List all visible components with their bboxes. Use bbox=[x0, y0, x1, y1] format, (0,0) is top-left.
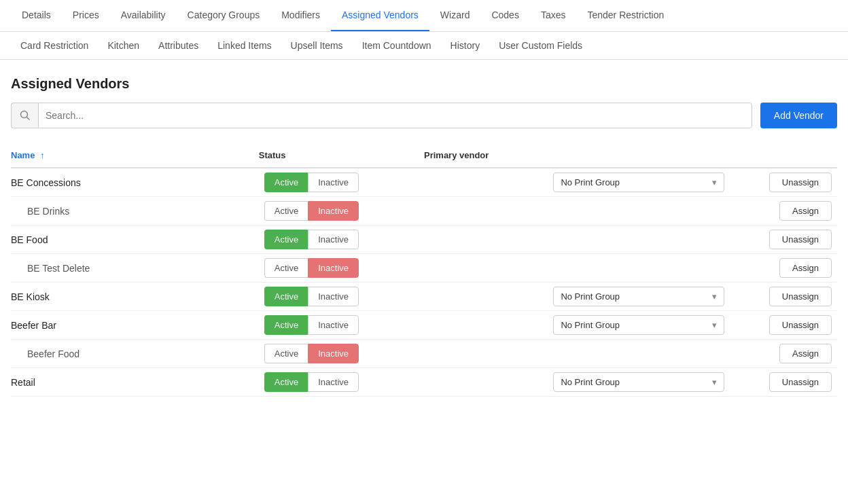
unassign-button[interactable]: Unassign bbox=[769, 372, 832, 392]
vendor-primary-cell bbox=[424, 311, 548, 340]
vendor-print-cell bbox=[548, 226, 730, 254]
vendor-primary-cell bbox=[424, 254, 548, 283]
top-nav: DetailsPricesAvailabilityCategory Groups… bbox=[0, 0, 848, 32]
print-group-select[interactable]: No Print Group▾ bbox=[553, 315, 724, 335]
vendor-primary-cell bbox=[424, 368, 548, 397]
unassign-button[interactable]: Unassign bbox=[769, 173, 832, 192]
vendor-primary-cell bbox=[424, 197, 548, 226]
col-print-header bbox=[548, 145, 730, 168]
vendor-status-cell: ActiveInactive bbox=[259, 197, 424, 226]
inactive-button[interactable]: Inactive bbox=[308, 230, 359, 249]
tab-availability[interactable]: Availability bbox=[110, 0, 177, 31]
assign-button[interactable]: Assign bbox=[779, 344, 832, 363]
unassign-button[interactable]: Unassign bbox=[769, 230, 832, 249]
vendor-name-cell: BE Concessions bbox=[11, 168, 259, 197]
vendor-action-cell: Unassign bbox=[730, 368, 837, 397]
print-group-value: No Print Group bbox=[561, 177, 620, 187]
table-row: BE KioskActiveInactiveNo Print Group▾Una… bbox=[11, 283, 837, 311]
col-name-header[interactable]: Name ↑ bbox=[11, 145, 259, 168]
tab2-kitchen[interactable]: Kitchen bbox=[98, 32, 149, 59]
vendor-print-cell bbox=[548, 197, 730, 226]
chevron-down-icon: ▾ bbox=[712, 320, 717, 330]
vendor-name-cell: BE Food bbox=[11, 226, 259, 254]
vendor-primary-cell bbox=[424, 283, 548, 311]
tab2-linked-items[interactable]: Linked Items bbox=[208, 32, 281, 59]
tab2-item-countdown[interactable]: Item Countdown bbox=[353, 32, 441, 59]
tab-taxes[interactable]: Taxes bbox=[530, 0, 577, 31]
vendor-print-cell bbox=[548, 340, 730, 368]
vendor-status-cell: ActiveInactive bbox=[259, 254, 424, 283]
tab2-upsell-items[interactable]: Upsell Items bbox=[281, 32, 353, 59]
add-vendor-button[interactable]: Add Vendor bbox=[760, 103, 837, 128]
inactive-button[interactable]: Inactive bbox=[308, 201, 359, 221]
print-group-select[interactable]: No Print Group▾ bbox=[553, 173, 724, 192]
vendor-action-cell: Unassign bbox=[730, 168, 837, 197]
vendor-action-cell: Assign bbox=[730, 197, 837, 226]
print-group-value: No Print Group bbox=[561, 291, 620, 302]
inactive-button[interactable]: Inactive bbox=[308, 372, 359, 392]
tab2-user-custom-fields[interactable]: User Custom Fields bbox=[489, 32, 592, 59]
assign-button[interactable]: Assign bbox=[779, 258, 832, 278]
vendor-status-cell: ActiveInactive bbox=[259, 340, 424, 368]
vendor-action-cell: Assign bbox=[730, 254, 837, 283]
vendor-print-cell: No Print Group▾ bbox=[548, 283, 730, 311]
tab-category-groups[interactable]: Category Groups bbox=[177, 0, 271, 31]
second-nav: Card RestrictionKitchenAttributesLinked … bbox=[0, 32, 848, 60]
print-group-value: No Print Group bbox=[561, 320, 620, 330]
sort-arrow-icon: ↑ bbox=[40, 150, 45, 160]
vendor-primary-cell bbox=[424, 226, 548, 254]
vendor-action-cell: Assign bbox=[730, 340, 837, 368]
vendor-name-cell: Retail bbox=[11, 368, 259, 397]
inactive-button[interactable]: Inactive bbox=[308, 258, 359, 278]
vendor-table: Name ↑ Status Primary vendor BE Concessi… bbox=[11, 145, 837, 397]
tab-prices[interactable]: Prices bbox=[62, 0, 110, 31]
active-button[interactable]: Active bbox=[264, 372, 308, 392]
tab2-history[interactable]: History bbox=[441, 32, 490, 59]
print-group-value: No Print Group bbox=[561, 377, 620, 387]
table-row: BE ConcessionsActiveInactiveNo Print Gro… bbox=[11, 168, 837, 197]
vendor-status-cell: ActiveInactive bbox=[259, 168, 424, 197]
chevron-down-icon: ▾ bbox=[712, 177, 717, 187]
vendor-print-cell bbox=[548, 254, 730, 283]
vendor-status-cell: ActiveInactive bbox=[259, 226, 424, 254]
assign-button[interactable]: Assign bbox=[779, 201, 832, 221]
table-row: Beefer BarActiveInactiveNo Print Group▾U… bbox=[11, 311, 837, 340]
tab2-card-restriction[interactable]: Card Restriction bbox=[11, 32, 98, 59]
table-row: BE Test DeleteActiveInactiveAssign bbox=[11, 254, 837, 283]
vendor-primary-cell bbox=[424, 168, 548, 197]
tab-modifiers[interactable]: Modifiers bbox=[270, 0, 331, 31]
active-button[interactable]: Active bbox=[264, 201, 308, 221]
col-primary-header: Primary vendor bbox=[424, 145, 548, 168]
vendor-status-cell: ActiveInactive bbox=[259, 311, 424, 340]
tab-codes[interactable]: Codes bbox=[480, 0, 529, 31]
col-status-header: Status bbox=[259, 145, 424, 168]
inactive-button[interactable]: Inactive bbox=[308, 315, 359, 335]
unassign-button[interactable]: Unassign bbox=[769, 315, 832, 335]
vendor-name-cell: BE Test Delete bbox=[11, 254, 259, 283]
unassign-button[interactable]: Unassign bbox=[769, 287, 832, 306]
inactive-button[interactable]: Inactive bbox=[308, 173, 359, 192]
print-group-select[interactable]: No Print Group▾ bbox=[553, 287, 724, 306]
tab-details[interactable]: Details bbox=[11, 0, 62, 31]
active-button[interactable]: Active bbox=[264, 287, 308, 306]
search-bar: Add Vendor bbox=[11, 103, 837, 128]
vendor-action-cell: Unassign bbox=[730, 226, 837, 254]
tab-tender-restriction[interactable]: Tender Restriction bbox=[576, 0, 675, 31]
vendor-primary-cell bbox=[424, 340, 548, 368]
active-button[interactable]: Active bbox=[264, 173, 308, 192]
vendor-print-cell: No Print Group▾ bbox=[548, 368, 730, 397]
print-group-select[interactable]: No Print Group▾ bbox=[553, 372, 724, 392]
inactive-button[interactable]: Inactive bbox=[308, 287, 359, 306]
active-button[interactable]: Active bbox=[264, 344, 308, 363]
tab-wizard[interactable]: Wizard bbox=[429, 0, 481, 31]
vendor-status-cell: ActiveInactive bbox=[259, 283, 424, 311]
search-input[interactable] bbox=[38, 103, 752, 128]
active-button[interactable]: Active bbox=[264, 258, 308, 278]
active-button[interactable]: Active bbox=[264, 315, 308, 335]
vendor-name-cell: Beefer Bar bbox=[11, 311, 259, 340]
inactive-button[interactable]: Inactive bbox=[308, 344, 359, 363]
tab2-attributes[interactable]: Attributes bbox=[149, 32, 208, 59]
vendor-name-cell: BE Kiosk bbox=[11, 283, 259, 311]
active-button[interactable]: Active bbox=[264, 230, 308, 249]
tab-assigned-vendors[interactable]: Assigned Vendors bbox=[331, 0, 429, 31]
